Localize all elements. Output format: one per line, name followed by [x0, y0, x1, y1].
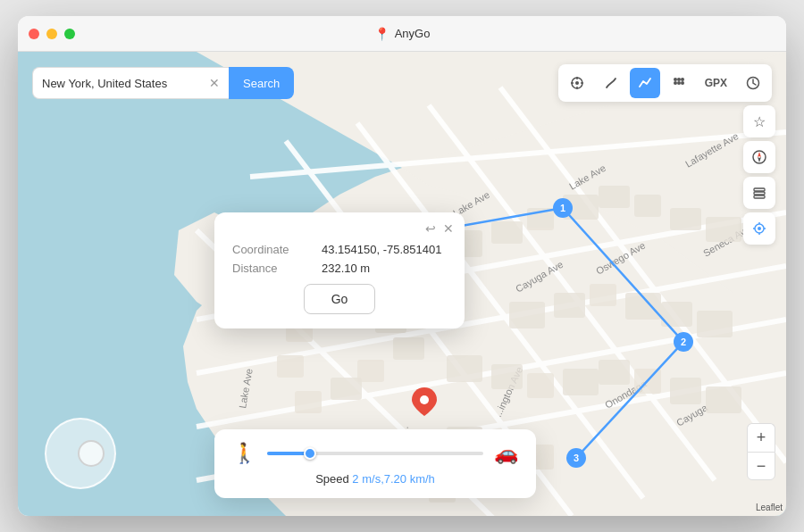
- title-area: 📍 AnyGo: [374, 27, 431, 41]
- svg-rect-47: [706, 387, 741, 413]
- svg-rect-55: [357, 360, 384, 382]
- compass-button[interactable]: [743, 141, 775, 173]
- zoom-controls: + −: [747, 423, 775, 480]
- titlebar: 📍 AnyGo: [18, 16, 786, 52]
- speed-label: Speed: [315, 472, 349, 486]
- svg-point-84: [674, 78, 677, 81]
- svg-rect-34: [509, 302, 545, 328]
- svg-rect-27: [491, 221, 523, 244]
- svg-rect-40: [447, 355, 482, 382]
- search-area: ✕ Search: [32, 67, 294, 99]
- svg-text:1: 1: [560, 203, 565, 213]
- my-location-button[interactable]: [743, 212, 775, 245]
- svg-text:2: 2: [681, 337, 686, 347]
- app-icon: 📍: [374, 27, 389, 41]
- svg-rect-43: [563, 369, 599, 395]
- zoom-in-button[interactable]: +: [747, 423, 775, 452]
- right-panel: ☆: [743, 105, 775, 245]
- speed-slider-track[interactable]: [267, 452, 483, 455]
- popup-header: ↩ ✕: [214, 212, 465, 239]
- svg-rect-44: [599, 360, 630, 385]
- multi-route-tool-button[interactable]: [630, 68, 660, 98]
- search-button[interactable]: Search: [229, 67, 294, 99]
- svg-point-83: [681, 81, 684, 85]
- close-traffic-light[interactable]: [29, 29, 39, 39]
- leaflet-attribution: Leaflet: [756, 503, 783, 512]
- app-title: AnyGo: [395, 27, 431, 40]
- svg-point-73: [420, 395, 429, 404]
- svg-rect-93: [754, 195, 765, 198]
- svg-point-80: [575, 81, 579, 85]
- popup-body: Coordinate 43.154150, -75.851401 Distanc…: [214, 239, 465, 328]
- svg-rect-91: [754, 188, 765, 191]
- info-popup: ↩ ✕ Coordinate 43.154150, -75.851401 Dis…: [214, 212, 465, 328]
- app-window: 📍 AnyGo: [18, 16, 786, 516]
- svg-point-95: [758, 227, 761, 230]
- svg-rect-46: [670, 378, 701, 404]
- teleport-tool-button[interactable]: [664, 68, 694, 98]
- walk-icon: 🚶: [232, 442, 256, 465]
- svg-rect-56: [331, 378, 362, 400]
- svg-rect-58: [277, 355, 304, 378]
- coordinate-row: Coordinate 43.154150, -75.851401: [232, 243, 447, 256]
- svg-point-82: [677, 81, 681, 85]
- svg-point-81: [674, 81, 677, 85]
- search-input-wrapper: ✕: [32, 67, 229, 99]
- joystick[interactable]: [45, 418, 116, 489]
- clear-search-button[interactable]: ✕: [209, 77, 220, 89]
- favorite-button[interactable]: ☆: [743, 105, 775, 137]
- svg-rect-36: [590, 284, 616, 306]
- speed-text: Speed 2 m/s,7.20 km/h: [232, 472, 518, 486]
- svg-rect-54: [393, 337, 424, 360]
- svg-rect-39: [697, 311, 733, 337]
- svg-rect-42: [527, 373, 554, 398]
- speed-panel: 🚶 🚗 Speed 2 m/s,7.20 km/h: [214, 429, 536, 498]
- content-area: Lake Ave Lafayette Ave Cayuga Ave Oswego…: [18, 52, 786, 516]
- speed-icons-row: 🚶 🚗: [232, 442, 518, 465]
- svg-rect-30: [599, 186, 630, 208]
- coordinate-label: Coordinate: [232, 243, 304, 256]
- svg-text:3: 3: [574, 453, 579, 463]
- joystick-thumb[interactable]: [78, 440, 105, 467]
- search-input[interactable]: [42, 77, 209, 90]
- distance-row: Distance 232.10 m: [232, 262, 447, 275]
- map-container[interactable]: Lake Ave Lafayette Ave Cayuga Ave Oswego…: [18, 52, 786, 516]
- svg-rect-57: [295, 391, 322, 413]
- svg-point-86: [681, 78, 684, 81]
- close-popup-button[interactable]: ✕: [443, 221, 454, 236]
- minimize-traffic-light[interactable]: [46, 29, 57, 39]
- go-button[interactable]: Go: [304, 284, 376, 314]
- gpx-button[interactable]: GPX: [698, 68, 734, 98]
- svg-marker-89: [758, 152, 761, 157]
- maximize-traffic-light[interactable]: [64, 29, 75, 39]
- top-toolbar: ✕ Search: [32, 64, 772, 102]
- map-layers-button[interactable]: [743, 177, 775, 209]
- svg-rect-33: [706, 217, 741, 242]
- svg-rect-31: [634, 195, 661, 217]
- car-icon: 🚗: [494, 442, 518, 465]
- svg-point-85: [677, 78, 681, 81]
- route-tool-button[interactable]: [596, 68, 626, 98]
- history-button[interactable]: [738, 68, 768, 98]
- svg-rect-41: [491, 364, 523, 389]
- svg-marker-90: [758, 157, 761, 162]
- toolbar-right: GPX: [558, 64, 772, 102]
- speed-slider-thumb[interactable]: [304, 447, 316, 460]
- svg-rect-35: [554, 293, 585, 318]
- distance-label: Distance: [232, 262, 304, 275]
- svg-rect-32: [670, 208, 701, 230]
- undo-button[interactable]: ↩: [425, 221, 436, 236]
- crosshair-tool-button[interactable]: [562, 68, 592, 98]
- svg-rect-92: [754, 192, 765, 195]
- coordinate-value: 43.154150, -75.851401: [322, 243, 441, 256]
- zoom-out-button[interactable]: −: [747, 452, 775, 480]
- speed-value: 2 m/s,7.20 km/h: [352, 472, 434, 486]
- traffic-lights: [29, 29, 75, 39]
- distance-value: 232.10 m: [322, 262, 370, 275]
